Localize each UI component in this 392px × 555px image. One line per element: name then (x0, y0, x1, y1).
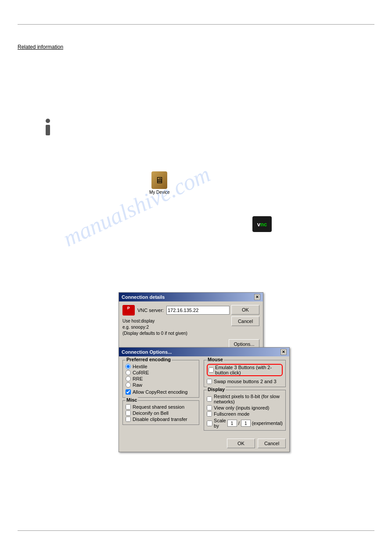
options-left-col: Preferred encoding Hextile CoRRE RRE (122, 360, 199, 433)
swap-label: Swap mouse buttons 2 and 3 (214, 379, 276, 384)
display-label: Display (207, 387, 226, 392)
my-device-icon[interactable]: My Device (149, 171, 170, 195)
conn-details-close-btn[interactable]: ✕ (254, 294, 260, 300)
preferred-encoding-group: Preferred encoding Hextile CoRRE RRE (122, 360, 199, 398)
misc-shared-label: Request shared session (133, 404, 184, 410)
conn-details-hint: Use host:display e.g. snoopy:2 (Display … (122, 318, 229, 337)
vnc-server-input[interactable] (166, 306, 230, 315)
misc-options: Request shared session Deiconify on Bell… (126, 404, 196, 422)
misc-shared: Request shared session (126, 404, 196, 410)
conn-details-titlebar: Connection details ✕ (119, 293, 263, 301)
display-8bit: Restrict pixels to 8-bit (for slow netwo… (207, 394, 283, 404)
misc-clipboard-label: Disable clipboard transfer (133, 417, 187, 422)
vnc-server-label: VNC server: (137, 308, 164, 313)
options-dialog-footer: OK Cancel (119, 437, 289, 452)
encoding-rre-label: RRE (133, 376, 143, 381)
allow-copyrect-label: Allow CopyRect encoding (133, 389, 187, 395)
swap-checkbox[interactable] (207, 379, 212, 384)
encoding-rre-radio[interactable] (126, 376, 131, 381)
display-fullscreen: Fullscreen mode (207, 411, 283, 417)
display-8bit-checkbox[interactable] (207, 396, 212, 402)
options-right-col: Mouse Emulate 3 Buttons (with 2-button c… (204, 360, 286, 433)
display-fullscreen-label: Fullscreen mode (214, 411, 249, 417)
vnc-logo-small: PC (122, 305, 135, 316)
allow-copyrect-checkbox[interactable] (126, 389, 131, 395)
connection-details-dialog: Connection details ✕ PC VNC server: ▼ Us… (119, 292, 263, 353)
conn-options-title: Connection Options... (122, 349, 172, 355)
misc-clipboard: Disable clipboard transfer (126, 417, 196, 422)
encoding-corre-radio[interactable] (126, 370, 131, 375)
scale-val2-input[interactable] (241, 420, 251, 427)
conn-details-top: PC VNC server: ▼ Use host:display e.g. s… (122, 305, 259, 337)
conn-details-title: Connection details (122, 294, 165, 300)
misc-deiconify-label: Deiconify on Bell (133, 410, 169, 416)
encoding-hextile: Hextile (126, 364, 196, 369)
scale-sep: / (238, 421, 240, 426)
misc-group: Misc Request shared session Deiconify on… (122, 400, 199, 425)
encoding-corre: CoRRE (126, 370, 196, 375)
misc-deiconify: Deiconify on Bell (126, 410, 196, 416)
scale-exp-label: (experimental) (252, 421, 283, 426)
display-fullscreen-checkbox[interactable] (207, 411, 212, 417)
mouse-label: Mouse (207, 357, 224, 362)
encoding-options: Hextile CoRRE RRE Raw (126, 364, 196, 388)
info-icon (42, 119, 54, 136)
display-8bit-label: Restrict pixels to 8-bit (for slow netwo… (214, 394, 283, 404)
swap-row: Swap mouse buttons 2 and 3 (207, 379, 283, 384)
scale-row: Scale by / (experimental) (207, 418, 283, 428)
conn-options-close-btn[interactable]: ✕ (281, 349, 287, 355)
display-options: Restrict pixels to 8-bit (for slow netwo… (207, 394, 283, 428)
encoding-raw-label: Raw (133, 382, 142, 388)
connection-options-dialog: Connection Options... ✕ Preferred encodi… (119, 347, 290, 452)
emulate-checkbox[interactable] (209, 367, 214, 373)
conn-details-buttons: OK Cancel (231, 305, 259, 326)
conn-details-cancel-btn[interactable]: Cancel (231, 316, 259, 326)
misc-clipboard-checkbox[interactable] (126, 417, 131, 422)
options-cancel-btn[interactable]: Cancel (258, 439, 286, 448)
my-device-image (151, 171, 167, 189)
misc-label: Misc (126, 397, 138, 403)
options-ok-btn[interactable]: OK (227, 439, 255, 448)
my-device-label: My Device (149, 190, 170, 195)
emulate-label: Emulate 3 Buttons (with 2-button click) (215, 365, 281, 375)
display-viewonly-checkbox[interactable] (207, 405, 212, 410)
encoding-raw-radio[interactable] (126, 382, 131, 388)
misc-deiconify-checkbox[interactable] (126, 410, 131, 416)
vnc-server-row: PC VNC server: ▼ (122, 305, 229, 316)
encoding-hextile-label: Hextile (133, 364, 147, 369)
vnc-text: v (257, 221, 260, 228)
options-dialog-body: Preferred encoding Hextile CoRRE RRE (119, 356, 289, 437)
preferred-encoding-label: Preferred encoding (126, 357, 172, 362)
misc-shared-checkbox[interactable] (126, 404, 131, 410)
display-viewonly: View only (inputs ignored) (207, 405, 283, 410)
conn-details-ok-btn[interactable]: OK (231, 305, 259, 315)
conn-options-titlebar: Connection Options... ✕ (119, 348, 289, 356)
encoding-hextile-radio[interactable] (126, 364, 131, 369)
emulate-row: Emulate 3 Buttons (with 2-button click) (207, 364, 283, 376)
display-viewonly-label: View only (inputs ignored) (214, 405, 269, 410)
mouse-options: Emulate 3 Buttons (with 2-button click) … (207, 364, 283, 384)
top-rule (18, 24, 374, 25)
mouse-group: Mouse Emulate 3 Buttons (with 2-button c… (204, 360, 286, 387)
related-info-link[interactable]: Related information (18, 44, 63, 50)
allow-copyrect-row: Allow CopyRect encoding (126, 389, 196, 395)
vnc-tray-icon[interactable]: vnc (252, 216, 272, 232)
scale-checkbox[interactable] (207, 421, 212, 426)
watermark: manualshive.com (59, 161, 214, 252)
conn-details-main: PC VNC server: ▼ Use host:display e.g. s… (122, 305, 229, 337)
bottom-rule (18, 530, 374, 531)
encoding-corre-label: CoRRE (133, 370, 149, 375)
display-group: Display Restrict pixels to 8-bit (for sl… (204, 390, 286, 431)
encoding-rre: RRE (126, 376, 196, 381)
scale-by-label: Scale by (214, 418, 226, 428)
scale-val1-input[interactable] (227, 420, 237, 427)
encoding-raw: Raw (126, 382, 196, 388)
conn-details-body: PC VNC server: ▼ Use host:display e.g. s… (119, 301, 263, 352)
